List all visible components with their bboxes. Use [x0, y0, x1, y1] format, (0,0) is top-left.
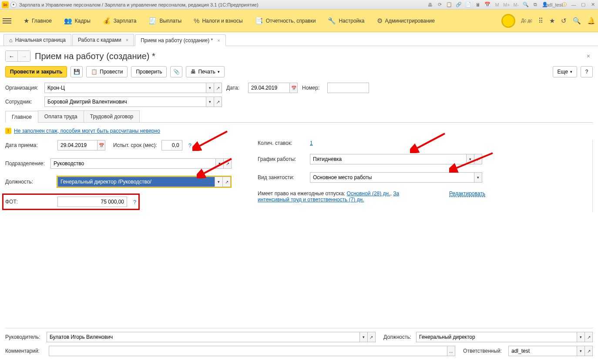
tab-home[interactable]: ⌂Начальная страница	[3, 34, 71, 46]
burger-icon[interactable]	[3, 18, 11, 23]
inner-tab-contract[interactable]: Трудовой договор	[84, 110, 140, 122]
help-button[interactable]: ?	[581, 66, 593, 77]
employee-field[interactable]: ▾↗	[44, 97, 222, 107]
menu-settings[interactable]: 🔧Настройка	[322, 10, 370, 32]
chevron-down-icon[interactable]: ▾	[206, 83, 214, 93]
open-icon[interactable]: ↗	[474, 154, 482, 164]
open-icon[interactable]: ↗	[585, 346, 593, 356]
minimize-icon[interactable]: —	[570, 1, 577, 8]
chevron-down-icon[interactable]: ▾	[216, 158, 224, 169]
position-input[interactable]	[57, 177, 215, 187]
maximize-icon[interactable]: ▢	[580, 1, 587, 8]
calc-icon[interactable]: 🖩	[474, 1, 481, 8]
help-icon[interactable]: ?	[133, 199, 136, 205]
menu-hr[interactable]: 👥Кадры	[58, 10, 97, 32]
bell-icon[interactable]: 🔔	[587, 17, 595, 25]
schedule-field[interactable]: ▾↗	[310, 154, 482, 164]
date-input[interactable]	[248, 83, 290, 93]
close-icon[interactable]: ×	[126, 37, 128, 43]
open-icon[interactable]: ↗	[214, 83, 222, 93]
footer-position-input[interactable]	[416, 332, 577, 342]
rates-link[interactable]: 1	[310, 140, 313, 146]
tab-hr-work[interactable]: Работа с кадрами×	[72, 34, 134, 46]
number-field[interactable]	[327, 83, 369, 93]
close-icon[interactable]: ✕	[589, 1, 596, 8]
window-icon[interactable]: ⧉	[532, 1, 539, 8]
fot-field[interactable]	[57, 197, 127, 207]
responsible-input[interactable]	[508, 346, 577, 356]
chevron-down-icon[interactable]: ▾	[467, 154, 474, 164]
process-and-close-button[interactable]: Провести и закрыть	[5, 66, 67, 77]
probation-input[interactable]	[161, 140, 182, 150]
star-icon[interactable]: ★	[549, 17, 555, 25]
attach-button[interactable]: 📎	[170, 66, 182, 77]
avatar-circle-icon[interactable]	[501, 14, 515, 28]
m-minus-icon[interactable]: M-	[513, 1, 520, 8]
schedule-input[interactable]	[310, 154, 467, 164]
manager-input[interactable]	[47, 332, 360, 342]
employment-field[interactable]: ▾	[310, 172, 482, 183]
accept-date-input[interactable]	[57, 140, 97, 150]
inner-tab-pay[interactable]: Оплата труда	[38, 110, 84, 122]
close-icon[interactable]: ×	[217, 38, 220, 43]
chevron-down-icon[interactable]: ▾	[577, 346, 585, 356]
tool-icon[interactable]: 📋	[446, 1, 453, 8]
titlebar-dropdown-icon[interactable]: ▾	[10, 2, 17, 8]
menu-payments[interactable]: 🧾Выплаты	[142, 10, 188, 32]
open-icon[interactable]: ↗	[214, 97, 222, 107]
chevron-down-icon[interactable]: ▾	[215, 177, 223, 187]
check-button[interactable]: Проверить	[131, 66, 167, 77]
inner-tab-main[interactable]: Главное	[5, 111, 38, 123]
organization-input[interactable]	[44, 83, 206, 93]
save-button[interactable]: 💾	[71, 66, 83, 77]
footer-position-field[interactable]: ▾↗	[416, 332, 593, 342]
grid-icon[interactable]: ⠿	[538, 17, 543, 25]
employment-input[interactable]	[310, 172, 474, 183]
back-button[interactable]: ←	[6, 51, 18, 61]
open-icon[interactable]: ↗	[224, 158, 232, 169]
open-icon[interactable]: ↗	[368, 332, 376, 342]
zoom-icon[interactable]: 🔍	[522, 1, 529, 8]
chevron-down-icon[interactable]: ▾	[577, 332, 585, 342]
more-button[interactable]: Еще▾	[553, 66, 577, 77]
calendar-icon[interactable]: 📅	[484, 1, 491, 8]
employee-input[interactable]	[44, 97, 206, 107]
m-icon[interactable]: M	[494, 1, 501, 8]
forward-button[interactable]: →	[18, 51, 30, 61]
open-icon[interactable]: ↗	[223, 177, 231, 187]
accept-date-field[interactable]: 📅	[57, 140, 105, 150]
date-field[interactable]: 📅	[248, 83, 298, 93]
vacation-link-main[interactable]: Основной (28) дн.	[347, 190, 390, 197]
process-button[interactable]: 📋Провести	[86, 66, 128, 77]
menu-admin[interactable]: ⚙Администрирование	[371, 10, 441, 32]
help-icon[interactable]: ?	[188, 142, 191, 149]
comment-field[interactable]: …	[49, 346, 455, 356]
calendar-icon[interactable]: 📅	[290, 83, 298, 93]
tool-icon[interactable]: 🔗	[455, 1, 462, 8]
print-button[interactable]: 🖶Печать▾	[186, 66, 224, 77]
menu-salary[interactable]: 💰Зарплата	[97, 10, 143, 32]
menu-reports[interactable]: 📑Отчетность, справки	[249, 10, 322, 32]
page-close-button[interactable]: ×	[584, 53, 593, 60]
tab-hire[interactable]: Прием на работу (создание) *×	[135, 34, 226, 46]
menu-taxes[interactable]: %Налоги и взносы	[188, 10, 249, 32]
department-field[interactable]: ▾↗	[50, 158, 232, 169]
responsible-field[interactable]: ▾↗	[508, 346, 593, 356]
warning-link[interactable]: Не заполнен стаж, пособия могут быть рас…	[14, 128, 160, 134]
open-icon[interactable]: ↗	[585, 332, 593, 342]
number-input[interactable]	[327, 83, 369, 93]
position-field[interactable]: ▾↗	[57, 177, 231, 187]
tool-icon[interactable]: 📄	[465, 1, 472, 8]
menu-main[interactable]: ★Главное	[17, 10, 58, 32]
manager-field[interactable]: ▾↗	[47, 332, 376, 342]
chevron-down-icon[interactable]: ▾	[206, 97, 214, 107]
chevron-down-icon[interactable]: ▾	[360, 332, 368, 342]
tool-icon[interactable]: ⟳	[436, 1, 443, 8]
chevron-down-icon[interactable]: ▾	[474, 172, 482, 183]
search-icon[interactable]: 🔍	[573, 17, 581, 25]
department-input[interactable]	[50, 158, 216, 169]
probation-field[interactable]	[161, 140, 182, 150]
edit-vacation-link[interactable]: Редактировать	[449, 190, 485, 197]
history-icon[interactable]: ↺	[561, 17, 567, 25]
info-icon[interactable]: ⓘ	[561, 1, 568, 8]
